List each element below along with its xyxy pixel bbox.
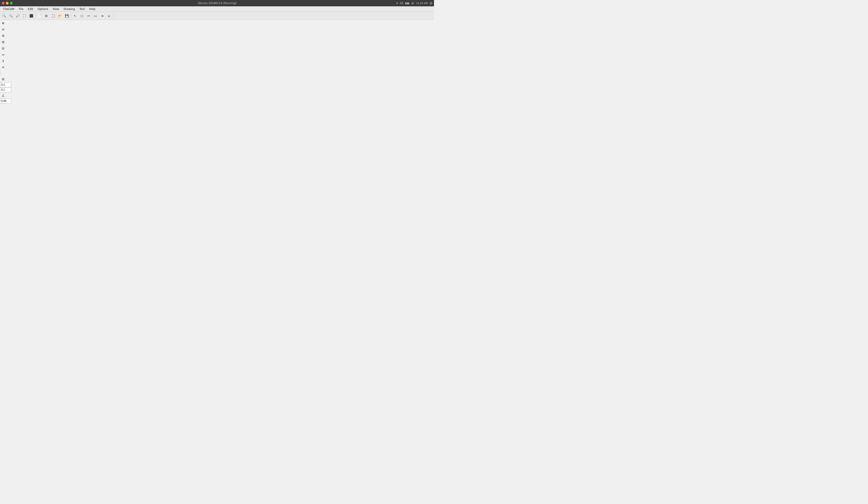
circle-tool[interactable]: ○: [79, 13, 85, 19]
power-icon: ⏻: [430, 2, 432, 5]
minimize-button[interactable]: [6, 2, 9, 4]
export-button[interactable]: ⬛: [28, 13, 34, 19]
menu-edit[interactable]: Edit: [25, 7, 35, 11]
menubar: FlatCAM File Edit Options View Drawing T…: [0, 6, 434, 12]
toolbar-sep-3: [113, 13, 113, 19]
close-shape-button[interactable]: ✕: [0, 64, 6, 71]
angle-icon: ∠: [0, 92, 6, 98]
close-button[interactable]: [2, 2, 4, 4]
volume-icon: 🔊: [411, 2, 414, 5]
keyboard-icon: EN: [400, 2, 403, 5]
contract-button[interactable]: ⊟: [0, 45, 6, 52]
menu-help[interactable]: Help: [87, 7, 98, 11]
grid-x-input[interactable]: 0.1: [0, 82, 11, 87]
maximize-button[interactable]: [10, 2, 13, 4]
zoom-out-button[interactable]: 🔍: [8, 13, 14, 19]
new-button[interactable]: 📄: [37, 13, 43, 19]
menu-drawing[interactable]: Drawing: [61, 7, 77, 11]
subtract-button[interactable]: ⊖: [0, 26, 6, 33]
copy-button[interactable]: ⊞: [43, 13, 50, 19]
intersect-button[interactable]: ⊗: [0, 33, 6, 39]
open-button[interactable]: 📂: [57, 13, 63, 19]
zoom-fit-button[interactable]: 🔍: [1, 13, 7, 19]
union-button[interactable]: ⊕: [0, 20, 6, 26]
toolbar-sep-1: [35, 13, 35, 19]
title-right-area: ⇅ EN ▮▮▮ 🔊 12:43 AM ⏻: [396, 2, 432, 5]
path-tool[interactable]: ↩: [85, 13, 92, 19]
save-button[interactable]: 💾: [64, 13, 70, 19]
grid-snap-button[interactable]: ⊞: [0, 76, 6, 82]
toolbar-sep-4: [0, 71, 1, 76]
arrow-tool[interactable]: ➔: [99, 13, 105, 19]
fullscreen-button[interactable]: ⛶: [21, 13, 28, 19]
connect-tool[interactable]: ⌂: [106, 13, 112, 19]
menu-options[interactable]: Options: [35, 7, 50, 11]
angle-input[interactable]: 0.05: [0, 98, 11, 104]
paste-button[interactable]: 📋: [50, 13, 56, 19]
window-controls: [2, 2, 13, 4]
battery-icon: ▮▮▮: [405, 2, 409, 5]
title-text: Ubuntu-20180110 [Running]: [198, 2, 237, 5]
expand-button[interactable]: ⊞: [0, 39, 6, 45]
flip-v-button[interactable]: ↕: [0, 58, 6, 64]
rect-tool[interactable]: ▭: [92, 13, 99, 19]
menu-flatcam[interactable]: FlatCAM: [1, 7, 17, 11]
menu-file[interactable]: File: [17, 7, 25, 11]
pointer-tool[interactable]: ↖: [72, 13, 78, 19]
grid-y-input[interactable]: 0.1: [0, 87, 11, 92]
flip-h-button[interactable]: ↔: [0, 52, 6, 58]
time-display: 12:43 AM: [416, 2, 428, 5]
app-wrapper: Ubuntu-20180110 [Running] ⇅ EN ▮▮▮ 🔊 12:…: [0, 0, 434, 252]
menu-view[interactable]: View: [50, 7, 61, 11]
network-icon: ⇅: [396, 2, 398, 5]
menu-tool[interactable]: Tool: [77, 7, 87, 11]
toolbar: 🔍 🔍 🔎 ⛶ ⬛ 📄 ⊞ 📋 📂 💾 ↖ ○ ↩ ▭ ➔ ⌂: [0, 12, 434, 20]
zoom-in-button[interactable]: 🔎: [14, 13, 21, 19]
titlebar: Ubuntu-20180110 [Running] ⇅ EN ▮▮▮ 🔊 12:…: [0, 0, 434, 6]
